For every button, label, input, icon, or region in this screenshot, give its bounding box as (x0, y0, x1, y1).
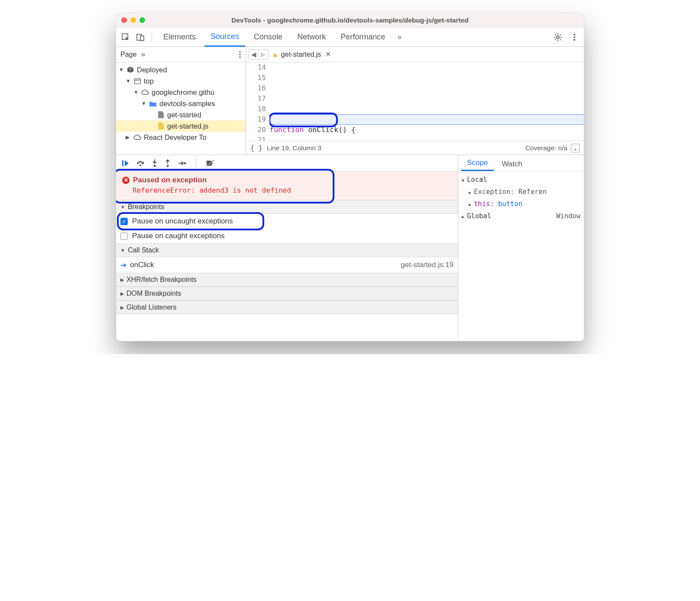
close-tab-icon[interactable]: ✕ (325, 50, 331, 58)
section-label: DOM Breakpoints (126, 290, 181, 297)
tree-label: Deployed (137, 66, 167, 74)
scope-value: button (498, 200, 522, 208)
code-token: function (269, 126, 304, 134)
line-number: 19 (246, 114, 266, 125)
tab-network[interactable]: Network (291, 28, 332, 47)
section-xhr[interactable]: ▶XHR/fetch Breakpoints (116, 273, 458, 287)
section-dom[interactable]: ▶DOM Breakpoints (116, 287, 458, 300)
file-tree[interactable]: ▼Deployed ▼top ▼googlechrome.githu ▼devt… (116, 62, 246, 155)
scope-value: Window (551, 210, 580, 222)
svg-point-8 (239, 54, 241, 55)
inspect-element-icon[interactable] (120, 31, 132, 43)
editor-tab[interactable]: ▲ get-started.js ✕ (272, 50, 331, 58)
section-label: Call Stack (128, 246, 159, 254)
svg-rect-12 (122, 160, 123, 166)
tree-label: devtools-samples (159, 100, 215, 108)
checkbox-checked-icon[interactable]: ✓ (120, 218, 128, 225)
svg-rect-10 (134, 78, 140, 84)
editor-tabbar: ◀ ▶ ▲ get-started.js ✕ (246, 47, 584, 62)
svg-point-3 (557, 36, 559, 39)
pause-uncaught-row[interactable]: ✓ Pause on uncaught exceptions (116, 214, 458, 229)
tree-folder[interactable]: ▼devtools-samples (116, 98, 246, 109)
device-mode-icon[interactable] (134, 31, 146, 43)
svg-point-14 (154, 165, 156, 167)
separator (152, 32, 152, 42)
svg-point-15 (167, 165, 169, 167)
gutter: 14 15 16 17 18 19 20 21 (246, 62, 269, 141)
close-icon[interactable] (121, 17, 127, 23)
tab-performance[interactable]: Performance (334, 28, 391, 47)
section-label: Breakpoints (128, 203, 165, 211)
js-file-icon (157, 123, 165, 129)
tree-label: get-started.js (167, 122, 208, 130)
navigator-pane: Page » ▼Deployed ▼top ▼googlechrome.gith… (116, 47, 246, 155)
tree-deployed[interactable]: ▼Deployed (116, 64, 246, 75)
svg-point-13 (139, 165, 141, 166)
traffic-lights (121, 17, 145, 23)
box-icon (126, 66, 134, 73)
pause-caught-row[interactable]: Pause on caught exceptions (116, 229, 458, 243)
scope-global-label: Global (467, 210, 491, 222)
section-callstack[interactable]: ▼Call Stack (116, 243, 458, 257)
settings-icon[interactable] (552, 31, 564, 43)
code-lines: function onClick() { if (inputsAreEmpty(… (269, 62, 584, 141)
folder-icon (149, 101, 157, 107)
pause-reason-error: ReferenceError: addend3 is not defined (133, 186, 452, 194)
cloud-icon (133, 135, 141, 140)
main-toolbar: Elements Sources Console Network Perform… (116, 28, 584, 47)
step-into-icon[interactable] (152, 159, 158, 167)
minimize-icon[interactable] (130, 17, 136, 23)
more-tabs-icon[interactable]: » (394, 32, 405, 42)
navigator-header: Page » (116, 47, 246, 62)
editor-pane: ◀ ▶ ▲ get-started.js ✕ 14 15 16 17 18 19 (246, 47, 584, 155)
tab-sources[interactable]: Sources (204, 28, 245, 47)
step-icon[interactable] (178, 160, 186, 166)
tree-file-js[interactable]: get-started.js (116, 120, 246, 132)
navigator-tab-page[interactable]: Page (120, 51, 136, 58)
svg-point-4 (574, 34, 575, 36)
tree-extension[interactable]: ▶React Developer To (116, 132, 246, 143)
file-icon (157, 111, 165, 118)
scope-tree[interactable]: ▼Local ▶Exception: Referen ▶this: button… (458, 171, 584, 225)
step-out-icon[interactable] (165, 159, 171, 167)
line-number: 20 (246, 125, 266, 135)
tree-top[interactable]: ▼top (116, 75, 246, 87)
editor-statusbar: { } Line 19, Column 3 Coverage: n/a ▾ (246, 141, 584, 155)
tree-domain[interactable]: ▼googlechrome.githu (116, 87, 246, 98)
callstack-frame[interactable]: ➔ onClick get-started.js:19 (116, 257, 458, 273)
tab-scope[interactable]: Scope (461, 156, 494, 171)
code-token: () { (338, 126, 356, 134)
debugger-panel: ✕ Paused on exception ReferenceError: ad… (116, 155, 584, 341)
tree-file-html[interactable]: get-started (116, 109, 246, 120)
step-over-icon[interactable] (136, 160, 145, 167)
checkbox-icon[interactable] (120, 233, 128, 240)
tab-elements[interactable]: Elements (157, 28, 202, 47)
navigator-more-tabs-icon[interactable]: » (141, 50, 145, 59)
section-global-listeners[interactable]: ▶Global Listeners (116, 300, 458, 314)
separator (196, 158, 196, 168)
maximize-icon[interactable] (139, 17, 145, 23)
frame-icon (133, 78, 141, 84)
tab-console[interactable]: Console (248, 28, 288, 47)
code-token: onClick (304, 126, 338, 134)
error-circle-icon: ✕ (122, 177, 130, 184)
coverage-dropdown-icon[interactable]: ▾ (571, 144, 580, 152)
svg-rect-2 (140, 36, 144, 41)
tree-label: get-started (167, 111, 201, 119)
deactivate-breakpoints-icon[interactable] (206, 160, 214, 167)
frame-function: onClick (130, 261, 154, 269)
navigator-menu-icon[interactable] (239, 51, 241, 58)
line-number: 21 (246, 135, 266, 141)
nav-fwd-icon[interactable]: ▶ (259, 50, 268, 59)
line-number: 16 (246, 83, 266, 94)
resume-icon[interactable] (121, 159, 129, 167)
tab-watch[interactable]: Watch (496, 157, 528, 171)
row-label: Pause on uncaught exceptions (132, 217, 233, 226)
kebab-menu-icon[interactable] (568, 31, 580, 43)
code-editor[interactable]: 14 15 16 17 18 19 20 21 function onClick… (246, 62, 584, 141)
window-title: DevTools - googlechrome.github.io/devtoo… (116, 16, 584, 24)
nav-back-icon[interactable]: ◀ (249, 50, 259, 59)
section-breakpoints[interactable]: ▼Breakpoints (116, 200, 458, 214)
pretty-print-icon[interactable]: { } (250, 144, 262, 152)
current-frame-icon: ➔ (120, 261, 126, 270)
